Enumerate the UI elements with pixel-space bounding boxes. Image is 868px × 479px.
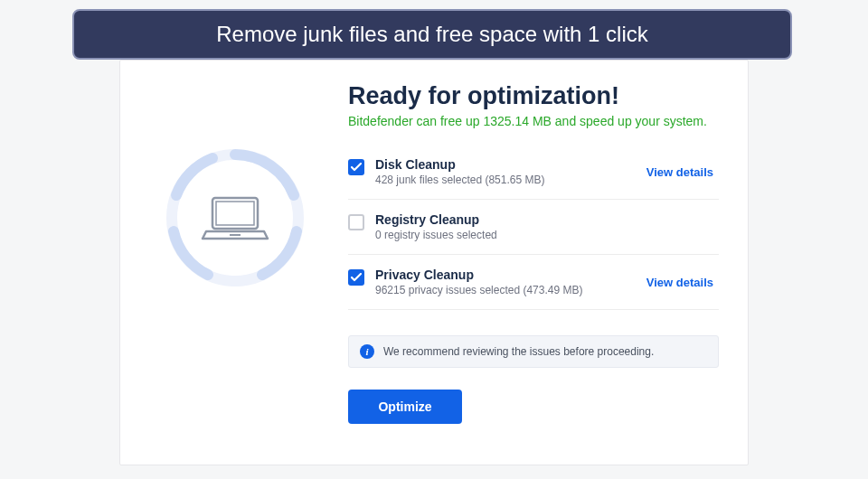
cleanup-item-registry: Registry Cleanup 0 registry issues selec…	[348, 200, 719, 255]
cleanup-item-privacy: Privacy Cleanup 96215 privacy issues sel…	[348, 255, 719, 310]
promo-banner-text: Remove junk files and free space with 1 …	[216, 22, 648, 47]
optimization-content: Ready for optimization! Bitdefender can …	[348, 82, 719, 443]
laptop-progress-icon	[163, 146, 307, 290]
optimize-button[interactable]: Optimize	[348, 390, 462, 424]
item-title: Privacy Cleanup	[375, 268, 636, 282]
page-subtitle: Bitdefender can free up 1325.14 MB and s…	[348, 114, 719, 128]
svg-rect-1	[212, 198, 258, 229]
view-details-link[interactable]: View details	[646, 276, 713, 289]
info-icon: i	[360, 344, 374, 359]
cleanup-item-disk: Disk Cleanup 428 junk files selected (85…	[348, 145, 719, 200]
item-title: Disk Cleanup	[375, 157, 636, 172]
status-ring-wrap	[149, 82, 321, 443]
checkbox-disk-cleanup[interactable]	[348, 159, 364, 175]
item-subtitle: 0 registry issues selected	[375, 229, 719, 241]
page-title: Ready for optimization!	[348, 82, 719, 110]
checkbox-registry-cleanup[interactable]	[348, 214, 364, 230]
svg-rect-2	[216, 202, 254, 225]
review-notice: i We recommend reviewing the issues befo…	[348, 335, 719, 368]
item-subtitle: 96215 privacy issues selected (473.49 MB…	[375, 284, 636, 296]
optimization-card: Ready for optimization! Bitdefender can …	[119, 60, 749, 465]
checkbox-privacy-cleanup[interactable]	[348, 269, 364, 286]
promo-banner: Remove junk files and free space with 1 …	[72, 9, 792, 60]
item-title: Registry Cleanup	[375, 212, 719, 227]
notice-text: We recommend reviewing the issues before…	[383, 345, 654, 358]
view-details-link[interactable]: View details	[646, 165, 713, 179]
item-subtitle: 428 junk files selected (851.65 MB)	[375, 174, 636, 186]
